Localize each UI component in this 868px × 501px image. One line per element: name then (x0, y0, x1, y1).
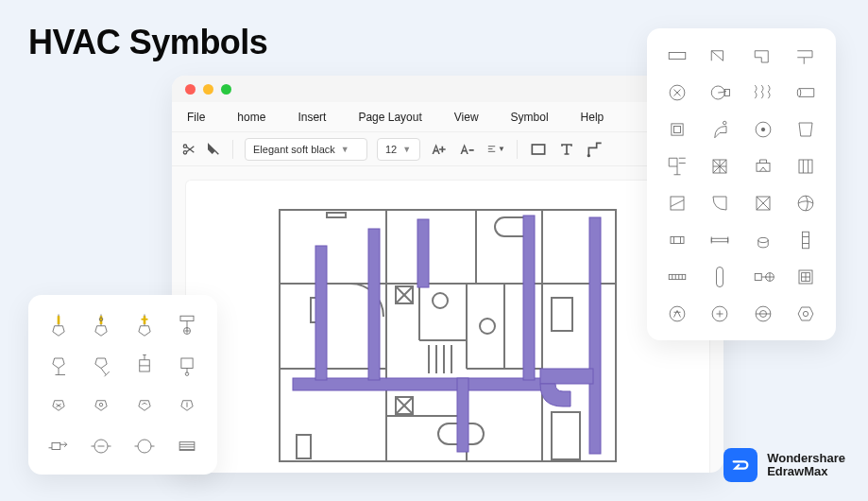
increase-font-icon[interactable] (430, 140, 449, 159)
chevron-down-icon: ▼ (498, 145, 505, 153)
symbol-duct-9[interactable] (660, 115, 694, 143)
font-size-select[interactable]: 12 ▼ (377, 138, 420, 161)
brand-icon (723, 448, 757, 482)
symbol-duct-17[interactable] (660, 189, 694, 216)
menu-file[interactable]: File (181, 107, 211, 128)
symbol-duct-1[interactable] (660, 42, 694, 69)
symbol-duct-25[interactable] (660, 263, 694, 290)
symbol-hvac-12[interactable] (171, 389, 205, 421)
svg-point-50 (100, 318, 104, 321)
symbol-hvac-13[interactable] (42, 430, 76, 461)
svg-rect-69 (181, 358, 193, 369)
symbol-duct-5[interactable] (660, 78, 694, 106)
symbol-duct-24[interactable] (790, 226, 824, 253)
svg-line-93 (712, 50, 723, 60)
symbol-duct-19[interactable] (746, 189, 780, 216)
symbol-hvac-10[interactable] (85, 389, 119, 421)
svg-rect-39 (315, 246, 327, 380)
canvas[interactable] (185, 180, 710, 473)
svg-rect-2 (532, 145, 544, 154)
text-icon[interactable] (557, 140, 576, 159)
symbol-duct-11[interactable] (746, 115, 780, 143)
symbol-duct-10[interactable] (704, 115, 738, 143)
window-close-button[interactable] (185, 84, 196, 95)
menu-home[interactable]: home (231, 107, 271, 128)
svg-point-3 (588, 154, 590, 156)
symbol-duct-7[interactable] (746, 78, 780, 106)
decrease-font-icon[interactable] (458, 140, 477, 159)
symbol-duct-28[interactable] (790, 263, 824, 290)
symbol-duct-23[interactable] (746, 226, 780, 253)
menu-view[interactable]: View (449, 107, 485, 128)
symbol-hvac-7[interactable] (128, 349, 162, 380)
svg-point-29 (433, 293, 448, 308)
symbol-duct-13[interactable] (660, 152, 694, 180)
font-name-value: Elegant soft black (253, 144, 335, 155)
svg-point-154 (804, 311, 808, 316)
symbol-duct-12[interactable] (790, 115, 824, 143)
svg-marker-75 (95, 400, 107, 410)
window-minimize-button[interactable] (203, 84, 213, 95)
svg-rect-102 (673, 126, 680, 132)
symbol-duct-6[interactable] (704, 78, 738, 106)
symbol-hvac-16[interactable] (171, 430, 205, 461)
symbol-duct-29[interactable] (660, 300, 694, 327)
svg-point-146 (670, 306, 685, 321)
symbol-duct-27[interactable] (746, 263, 780, 290)
svg-rect-124 (712, 238, 729, 242)
menu-page-layout[interactable]: Page Layout (352, 107, 427, 128)
svg-rect-129 (803, 232, 809, 249)
symbol-duct-3[interactable] (746, 42, 780, 69)
svg-rect-101 (672, 123, 683, 134)
symbol-hvac-4[interactable] (171, 308, 205, 339)
connector-icon[interactable] (586, 140, 604, 159)
align-icon[interactable]: ▼ (486, 140, 505, 159)
symbol-hvac-9[interactable] (42, 389, 76, 421)
format-painter-icon[interactable] (206, 142, 221, 157)
svg-rect-121 (671, 236, 684, 243)
chevron-down-icon: ▼ (402, 145, 411, 154)
symbol-duct-14[interactable] (704, 152, 738, 180)
shape-rect-icon[interactable] (529, 140, 548, 159)
symbol-duct-15[interactable] (746, 152, 780, 180)
symbol-hvac-8[interactable] (171, 349, 205, 380)
symbol-hvac-6[interactable] (85, 349, 119, 380)
symbol-duct-8[interactable] (790, 78, 824, 106)
symbol-duct-16[interactable] (790, 152, 824, 180)
svg-point-30 (480, 319, 495, 334)
svg-rect-92 (669, 52, 686, 59)
svg-marker-48 (95, 325, 107, 336)
menu-help[interactable]: Help (575, 107, 610, 128)
window-maximize-button[interactable] (221, 84, 231, 95)
font-name-select[interactable]: Elegant soft black ▼ (245, 138, 367, 161)
symbol-duct-18[interactable] (704, 189, 738, 216)
symbol-hvac-yellow-1[interactable] (42, 308, 76, 339)
symbol-hvac-5[interactable] (42, 349, 76, 380)
svg-rect-132 (669, 274, 686, 279)
svg-point-103 (723, 121, 727, 125)
svg-rect-80 (52, 442, 60, 449)
cut-icon[interactable] (181, 142, 196, 157)
symbol-duct-32[interactable] (790, 300, 824, 327)
symbol-duct-31[interactable] (746, 300, 780, 327)
symbol-hvac-14[interactable] (85, 430, 119, 461)
symbol-duct-2[interactable] (704, 42, 738, 69)
symbol-hvac-11[interactable] (128, 389, 162, 421)
symbol-duct-4[interactable] (790, 42, 824, 69)
symbol-duct-30[interactable] (704, 300, 738, 327)
menu-symbol[interactable]: Symbol (505, 107, 554, 128)
svg-rect-42 (457, 378, 468, 452)
symbol-duct-21[interactable] (660, 226, 694, 253)
menubar: File home Insert Page Layout View Symbol… (172, 102, 723, 132)
svg-point-85 (138, 440, 151, 453)
menu-insert[interactable]: Insert (292, 107, 332, 128)
symbol-hvac-yellow-2[interactable] (85, 308, 119, 339)
symbol-duct-26[interactable] (704, 263, 738, 290)
svg-rect-54 (180, 316, 194, 320)
toolbar-separator (232, 140, 233, 159)
svg-marker-59 (53, 358, 64, 369)
symbol-duct-22[interactable] (704, 226, 738, 253)
symbol-hvac-yellow-3[interactable] (128, 308, 162, 339)
symbol-hvac-15[interactable] (128, 430, 162, 461)
symbol-duct-20[interactable] (790, 189, 824, 216)
